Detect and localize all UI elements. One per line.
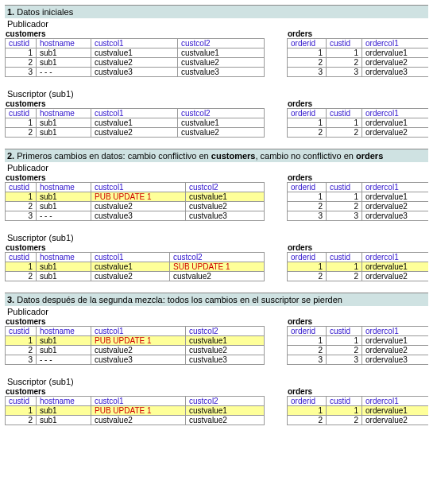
customers-col-custcol1: custcol1: [91, 253, 170, 262]
table-row: 1sub1custvalue1custvalue1: [6, 48, 265, 58]
table-cell: sub1: [37, 336, 91, 346]
table-cell: ordervalue3: [362, 68, 429, 77]
table-row: 11ordervalue1ordervalue1: [288, 118, 429, 128]
table-row: 11ordervalue1SUB UPDATE 1: [288, 262, 429, 272]
customers-table: custidhostnamecustcol1custcol21sub1PUB U…: [5, 182, 265, 221]
table-cell: 2: [6, 416, 37, 425]
table-row: 1sub1PUB UPDATE 1custvalue1: [6, 406, 265, 416]
table-cell: custvalue2: [178, 128, 265, 138]
orders-col-ordercol1: ordercol1: [362, 253, 429, 262]
table-row: 22ordervalue2ordervalue2: [288, 128, 429, 138]
customers-table-name: customers: [5, 317, 265, 326]
table-row: 1sub1custvalue1custvalue1: [6, 118, 265, 128]
table-cell: 2: [288, 202, 327, 211]
table-cell: ordervalue1: [362, 118, 429, 128]
table-row: 33ordervalue3ordervalue3: [288, 211, 429, 221]
table-cell: 1: [288, 192, 327, 202]
orders-col-custid: custid: [327, 327, 362, 336]
table-cell: ordervalue2: [362, 58, 429, 68]
table-cell: custvalue2: [186, 202, 265, 211]
table-cell: custvalue2: [91, 128, 178, 138]
table-row: 22ordervalue2ordervalue2: [288, 416, 429, 425]
table-cell: custvalue3: [178, 68, 265, 77]
table-cell: 2: [327, 416, 362, 425]
orders-col-ordercol1: ordercol1: [362, 397, 429, 406]
table-cell: custvalue1: [178, 118, 265, 128]
table-cell: ordervalue3: [362, 211, 429, 221]
customers-col-custcol1: custcol1: [91, 397, 186, 406]
tables-row: customerscustidhostnamecustcol1custcol21…: [5, 243, 428, 281]
customers-col-custcol1: custcol1: [91, 39, 178, 48]
table-cell: 1: [288, 262, 327, 272]
customers-table-name: customers: [5, 387, 265, 396]
table-cell: 3: [6, 68, 37, 77]
table-row: 3- - -custvalue3custvalue3: [6, 211, 265, 221]
orders-table-name: orders: [287, 29, 428, 38]
customers-table-name: customers: [5, 243, 265, 252]
table-cell: custvalue2: [91, 272, 170, 281]
customers-col-hostname: hostname: [37, 253, 91, 262]
table-cell: custvalue1: [186, 192, 265, 202]
table-row: 11ordervalue1ordervalue1: [288, 192, 429, 202]
orders-table: orderidcustidordercol1ordercol211orderva…: [287, 182, 428, 221]
tables-row: customerscustidhostnamecustcol1custcol21…: [5, 387, 428, 425]
table-cell: 2: [327, 346, 362, 355]
orders-table-name: orders: [287, 387, 428, 396]
orders-col-orderid: orderid: [288, 109, 327, 118]
table-row: 3- - -custvalue3custvalue3: [6, 355, 265, 365]
customers-col-custcol2: custcol2: [178, 109, 265, 118]
table-row: 2sub1custvalue2custvalue2: [6, 416, 265, 425]
role-label: Suscriptor (sub1): [5, 376, 428, 387]
table-row: 22ordervalue2ordervalue2: [288, 346, 429, 355]
table-cell: ordervalue1: [362, 48, 429, 58]
table-cell: 2: [327, 202, 362, 211]
table-cell: sub1: [37, 192, 91, 202]
table-cell: sub1: [37, 272, 91, 281]
table-cell: ordervalue1: [362, 192, 429, 202]
table-cell: custvalue1: [91, 118, 178, 128]
table-cell: 3: [288, 355, 327, 365]
customers-col-custcol2: custcol2: [170, 253, 265, 262]
customers-col-custid: custid: [6, 183, 37, 192]
customers-col-hostname: hostname: [37, 327, 91, 336]
customers-col-custcol1: custcol1: [91, 183, 186, 192]
table-row: 11ordervalue1ordervalue1: [288, 406, 429, 416]
table-cell: ordervalue2: [362, 202, 429, 211]
table-cell: 2: [327, 128, 362, 138]
table-cell: ordervalue2: [362, 272, 429, 281]
table-cell: custvalue2: [91, 346, 186, 355]
table-cell: custvalue2: [186, 416, 265, 425]
table-cell: PUB UPDATE 1: [91, 406, 186, 416]
table-cell: ordervalue2: [362, 416, 429, 425]
role-label: Publicador: [5, 18, 428, 29]
orders-col-orderid: orderid: [288, 183, 327, 192]
table-cell: custvalue3: [91, 211, 186, 221]
customers-col-custcol1: custcol1: [91, 109, 178, 118]
table-cell: 1: [327, 406, 362, 416]
role-label: Suscriptor (sub1): [5, 232, 428, 243]
role-label: Suscriptor (sub1): [5, 88, 428, 99]
table-cell: 1: [327, 262, 362, 272]
table-cell: 1: [327, 192, 362, 202]
table-cell: 1: [6, 48, 37, 58]
orders-table: orderidcustidordercol1ordercol211orderva…: [287, 38, 428, 77]
table-cell: 1: [288, 406, 327, 416]
table-cell: 2: [327, 58, 362, 68]
table-row: 2sub1custvalue2custvalue2: [6, 58, 265, 68]
orders-col-ordercol1: ordercol1: [362, 39, 429, 48]
table-cell: 2: [6, 128, 37, 138]
orders-table: orderidcustidordercol1ordercol211orderva…: [287, 108, 428, 138]
table-row: 1sub1PUB UPDATE 1custvalue1: [6, 192, 265, 202]
role-label: Publicador: [5, 306, 428, 317]
table-cell: ordervalue1: [362, 406, 429, 416]
table-cell: 3: [6, 355, 37, 365]
section-title: 1. Datos iniciales: [5, 5, 428, 18]
table-cell: custvalue1: [186, 406, 265, 416]
customers-col-custcol2: custcol2: [178, 39, 265, 48]
customers-col-custid: custid: [6, 109, 37, 118]
table-cell: ordervalue2: [362, 128, 429, 138]
customers-table: custidhostnamecustcol1custcol21sub1custv…: [5, 108, 265, 138]
table-cell: 2: [288, 346, 327, 355]
table-cell: 3: [288, 68, 327, 77]
table-cell: sub1: [37, 416, 91, 425]
